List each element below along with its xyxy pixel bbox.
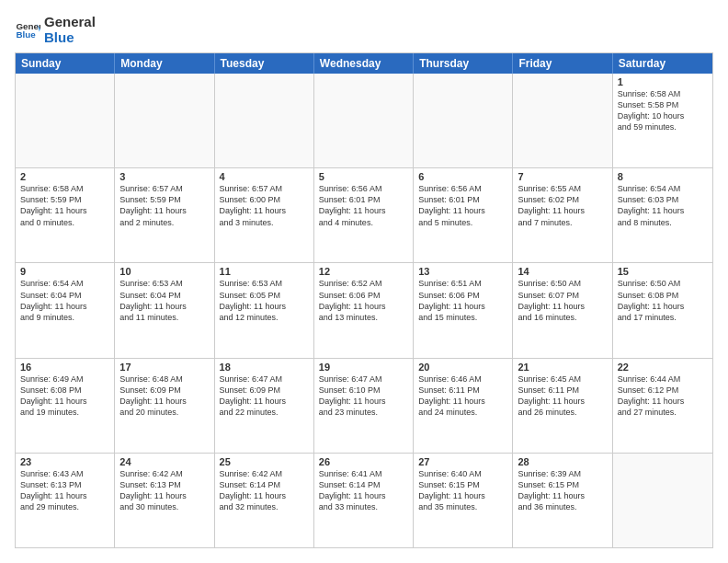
day-number: 28 xyxy=(518,456,607,467)
day-number: 8 xyxy=(618,171,708,182)
day-info: Sunrise: 6:56 AM Sunset: 6:01 PM Dayligh… xyxy=(319,183,408,228)
day-cell-9: 9Sunrise: 6:54 AM Sunset: 6:04 PM Daylig… xyxy=(16,263,115,357)
day-cell-25: 25Sunrise: 6:42 AM Sunset: 6:14 PM Dayli… xyxy=(215,454,314,547)
day-cell-7: 7Sunrise: 6:55 AM Sunset: 6:02 PM Daylig… xyxy=(513,168,612,262)
day-info: Sunrise: 6:57 AM Sunset: 6:00 PM Dayligh… xyxy=(220,183,309,228)
day-cell-5: 5Sunrise: 6:56 AM Sunset: 6:01 PM Daylig… xyxy=(314,168,414,262)
day-cell-3: 3Sunrise: 6:57 AM Sunset: 5:59 PM Daylig… xyxy=(115,168,214,262)
header-day-sunday: Sunday xyxy=(16,53,115,74)
page: General Blue General Blue SundayMondayTu… xyxy=(0,0,728,563)
day-number: 14 xyxy=(518,266,607,277)
day-number: 7 xyxy=(518,171,607,182)
day-number: 24 xyxy=(119,456,209,467)
empty-cell-0-2 xyxy=(215,74,314,167)
day-info: Sunrise: 6:44 AM Sunset: 6:12 PM Dayligh… xyxy=(618,373,708,419)
day-info: Sunrise: 6:48 AM Sunset: 6:09 PM Dayligh… xyxy=(119,373,209,419)
day-number: 15 xyxy=(618,266,708,277)
day-number: 27 xyxy=(418,456,507,467)
day-info: Sunrise: 6:41 AM Sunset: 6:14 PM Dayligh… xyxy=(319,468,408,513)
day-cell-14: 14Sunrise: 6:50 AM Sunset: 6:07 PM Dayli… xyxy=(513,263,612,357)
svg-text:Blue: Blue xyxy=(16,29,36,40)
header-day-tuesday: Tuesday xyxy=(215,53,314,74)
day-info: Sunrise: 6:56 AM Sunset: 6:01 PM Dayligh… xyxy=(418,183,507,228)
day-number: 11 xyxy=(220,266,309,277)
week-row-0: 1Sunrise: 6:58 AM Sunset: 5:58 PM Daylig… xyxy=(16,74,712,168)
day-info: Sunrise: 6:58 AM Sunset: 5:59 PM Dayligh… xyxy=(20,183,109,228)
day-cell-21: 21Sunrise: 6:45 AM Sunset: 6:11 PM Dayli… xyxy=(513,359,612,453)
day-cell-1: 1Sunrise: 6:58 AM Sunset: 5:58 PM Daylig… xyxy=(613,74,712,167)
day-info: Sunrise: 6:43 AM Sunset: 6:13 PM Dayligh… xyxy=(20,468,109,513)
day-cell-22: 22Sunrise: 6:44 AM Sunset: 6:12 PM Dayli… xyxy=(613,359,712,453)
day-number: 13 xyxy=(418,266,507,277)
week-row-1: 2Sunrise: 6:58 AM Sunset: 5:59 PM Daylig… xyxy=(16,168,712,263)
week-row-3: 16Sunrise: 6:49 AM Sunset: 6:08 PM Dayli… xyxy=(16,359,712,454)
day-number: 22 xyxy=(618,362,708,373)
day-number: 16 xyxy=(20,362,109,373)
day-cell-24: 24Sunrise: 6:42 AM Sunset: 6:13 PM Dayli… xyxy=(115,454,214,547)
day-cell-15: 15Sunrise: 6:50 AM Sunset: 6:08 PM Dayli… xyxy=(613,263,712,357)
day-info: Sunrise: 6:50 AM Sunset: 6:08 PM Dayligh… xyxy=(618,278,708,323)
day-info: Sunrise: 6:55 AM Sunset: 6:02 PM Dayligh… xyxy=(518,183,607,228)
day-cell-23: 23Sunrise: 6:43 AM Sunset: 6:13 PM Dayli… xyxy=(16,454,115,547)
empty-cell-0-3 xyxy=(314,74,414,167)
header-day-wednesday: Wednesday xyxy=(314,53,414,74)
day-info: Sunrise: 6:42 AM Sunset: 6:14 PM Dayligh… xyxy=(220,468,309,513)
logo: General Blue General Blue xyxy=(15,15,96,45)
day-info: Sunrise: 6:52 AM Sunset: 6:06 PM Dayligh… xyxy=(319,278,408,323)
day-info: Sunrise: 6:54 AM Sunset: 6:04 PM Dayligh… xyxy=(20,278,109,323)
logo-blue: Blue xyxy=(44,30,96,46)
day-number: 23 xyxy=(20,456,109,467)
header-day-saturday: Saturday xyxy=(613,53,712,74)
day-cell-19: 19Sunrise: 6:47 AM Sunset: 6:10 PM Dayli… xyxy=(314,359,414,453)
logo-icon: General Blue xyxy=(15,17,40,43)
day-info: Sunrise: 6:47 AM Sunset: 6:10 PM Dayligh… xyxy=(319,373,408,419)
day-cell-8: 8Sunrise: 6:54 AM Sunset: 6:03 PM Daylig… xyxy=(613,168,712,262)
header-day-thursday: Thursday xyxy=(414,53,513,74)
day-info: Sunrise: 6:40 AM Sunset: 6:15 PM Dayligh… xyxy=(418,468,507,513)
day-number: 9 xyxy=(20,266,109,277)
day-info: Sunrise: 6:58 AM Sunset: 5:58 PM Dayligh… xyxy=(618,88,708,133)
week-row-4: 23Sunrise: 6:43 AM Sunset: 6:13 PM Dayli… xyxy=(16,454,712,547)
header-day-monday: Monday xyxy=(115,53,214,74)
day-info: Sunrise: 6:54 AM Sunset: 6:03 PM Dayligh… xyxy=(618,183,708,228)
empty-cell-0-1 xyxy=(115,74,214,167)
day-number: 26 xyxy=(319,456,408,467)
day-number: 21 xyxy=(518,362,607,373)
day-cell-26: 26Sunrise: 6:41 AM Sunset: 6:14 PM Dayli… xyxy=(314,454,414,547)
empty-cell-0-0 xyxy=(16,74,115,167)
week-row-2: 9Sunrise: 6:54 AM Sunset: 6:04 PM Daylig… xyxy=(16,263,712,358)
empty-cell-0-4 xyxy=(414,74,513,167)
day-cell-12: 12Sunrise: 6:52 AM Sunset: 6:06 PM Dayli… xyxy=(314,263,414,357)
day-info: Sunrise: 6:57 AM Sunset: 5:59 PM Dayligh… xyxy=(119,183,209,228)
calendar-header: SundayMondayTuesdayWednesdayThursdayFrid… xyxy=(16,53,712,74)
day-number: 6 xyxy=(418,171,507,182)
day-cell-4: 4Sunrise: 6:57 AM Sunset: 6:00 PM Daylig… xyxy=(215,168,314,262)
day-info: Sunrise: 6:53 AM Sunset: 6:04 PM Dayligh… xyxy=(119,278,209,323)
day-number: 12 xyxy=(319,266,408,277)
day-info: Sunrise: 6:39 AM Sunset: 6:15 PM Dayligh… xyxy=(518,468,607,513)
day-cell-2: 2Sunrise: 6:58 AM Sunset: 5:59 PM Daylig… xyxy=(16,168,115,262)
header-day-friday: Friday xyxy=(513,53,612,74)
day-number: 17 xyxy=(119,362,209,373)
day-number: 25 xyxy=(220,456,309,467)
day-info: Sunrise: 6:53 AM Sunset: 6:05 PM Dayligh… xyxy=(220,278,309,323)
day-info: Sunrise: 6:45 AM Sunset: 6:11 PM Dayligh… xyxy=(518,373,607,419)
day-info: Sunrise: 6:49 AM Sunset: 6:08 PM Dayligh… xyxy=(20,373,109,419)
day-number: 4 xyxy=(220,171,309,182)
logo-general: General xyxy=(44,15,96,30)
day-info: Sunrise: 6:47 AM Sunset: 6:09 PM Dayligh… xyxy=(220,373,309,419)
day-cell-10: 10Sunrise: 6:53 AM Sunset: 6:04 PM Dayli… xyxy=(115,263,214,357)
calendar: SundayMondayTuesdayWednesdayThursdayFrid… xyxy=(15,52,713,548)
day-cell-13: 13Sunrise: 6:51 AM Sunset: 6:06 PM Dayli… xyxy=(414,263,513,357)
day-cell-18: 18Sunrise: 6:47 AM Sunset: 6:09 PM Dayli… xyxy=(215,359,314,453)
day-cell-6: 6Sunrise: 6:56 AM Sunset: 6:01 PM Daylig… xyxy=(414,168,513,262)
day-number: 10 xyxy=(119,266,209,277)
day-number: 1 xyxy=(618,76,708,87)
calendar-body: 1Sunrise: 6:58 AM Sunset: 5:58 PM Daylig… xyxy=(16,74,712,547)
day-info: Sunrise: 6:42 AM Sunset: 6:13 PM Dayligh… xyxy=(119,468,209,513)
empty-cell-4-6 xyxy=(613,454,712,547)
day-cell-16: 16Sunrise: 6:49 AM Sunset: 6:08 PM Dayli… xyxy=(16,359,115,453)
day-number: 2 xyxy=(20,171,109,182)
day-info: Sunrise: 6:51 AM Sunset: 6:06 PM Dayligh… xyxy=(418,278,507,323)
empty-cell-0-5 xyxy=(513,74,612,167)
